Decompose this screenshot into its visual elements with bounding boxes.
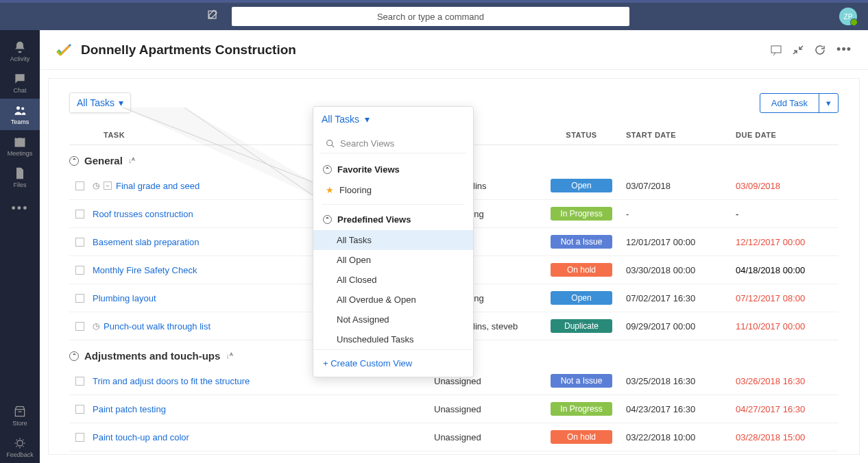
- rail-activity[interactable]: Activity: [0, 36, 40, 67]
- checkbox[interactable]: [69, 377, 90, 386]
- app-rail: Activity Chat Teams Meetings Files ••• S…: [0, 30, 40, 463]
- views-search[interactable]: Search Views: [320, 134, 466, 153]
- start-date: 03/07/2018: [626, 181, 736, 191]
- svg-rect-6: [771, 46, 781, 53]
- svg-point-1: [16, 106, 20, 110]
- status-badge[interactable]: In Progress: [551, 207, 612, 221]
- start-date: 04/23/2017 16:30: [626, 404, 736, 414]
- task-name[interactable]: Final grade and seed: [116, 181, 200, 191]
- page-header: Donnelly Apartments Construction •••: [40, 30, 868, 70]
- collapse-icon[interactable]: [793, 45, 804, 55]
- sort-icon[interactable]: ↓ᴬ: [128, 156, 136, 165]
- expand-icon[interactable]: −: [104, 182, 112, 190]
- create-custom-view[interactable]: + Create Custom View: [313, 349, 473, 377]
- chevron-down-icon[interactable]: ▾: [819, 94, 838, 112]
- col-start[interactable]: START DATE: [626, 131, 736, 139]
- checkbox[interactable]: [69, 238, 90, 247]
- svg-point-10: [327, 140, 333, 146]
- col-due[interactable]: DUE DATE: [736, 131, 839, 139]
- status-badge[interactable]: Not a Issue: [551, 235, 612, 249]
- predefined-header[interactable]: ⌃ Predefined Views: [313, 209, 473, 230]
- status-badge[interactable]: Open: [551, 291, 612, 305]
- status-cell: Open: [537, 291, 626, 305]
- checkbox[interactable]: [69, 405, 90, 414]
- more-icon[interactable]: •••: [836, 42, 852, 57]
- compose-icon[interactable]: [207, 10, 218, 23]
- view-item[interactable]: All Overdue & Open: [313, 290, 473, 310]
- status-badge[interactable]: Open: [551, 179, 612, 192]
- svg-rect-4: [15, 410, 24, 416]
- checkbox[interactable]: [69, 433, 90, 442]
- svg-point-2: [21, 107, 24, 110]
- svg-rect-3: [15, 138, 25, 147]
- add-task-button[interactable]: Add Task ▾: [760, 93, 839, 113]
- start-date: 12/01/2017 00:00: [626, 237, 736, 247]
- due-date: 07/12/2017 08:00: [736, 293, 839, 303]
- main-panel: Donnelly Apartments Construction ••• All…: [40, 30, 868, 463]
- sort-icon[interactable]: ↓ᴬ: [226, 351, 233, 360]
- checkbox[interactable]: [69, 210, 90, 218]
- task-name[interactable]: Trim and adjust doors to fit the structu…: [93, 376, 250, 386]
- task-name[interactable]: Paint touch-up and color: [93, 432, 189, 442]
- status-badge[interactable]: Not a Issue: [551, 374, 612, 388]
- rail-chat[interactable]: Chat: [0, 67, 40, 99]
- page-title: Donnelly Apartments Construction: [81, 42, 296, 58]
- status-badge[interactable]: On hold: [551, 430, 612, 444]
- user-avatar[interactable]: ZP: [839, 8, 857, 25]
- due-date: 04/27/2017 16:30: [736, 404, 839, 414]
- status-badge[interactable]: Duplicate: [551, 319, 612, 333]
- due-date: -: [736, 209, 839, 219]
- view-item[interactable]: All Tasks: [313, 230, 473, 250]
- rail-feedback[interactable]: Feedback: [0, 431, 40, 463]
- status-cell: On hold: [537, 430, 626, 444]
- task-name[interactable]: Paint patch testing: [93, 404, 166, 414]
- view-item[interactable]: All Closed: [313, 270, 473, 290]
- rail-store[interactable]: Store: [0, 400, 40, 431]
- conversation-icon[interactable]: [771, 45, 782, 55]
- start-date: 03/25/2018 16:30: [626, 376, 736, 386]
- view-item[interactable]: All Open: [313, 250, 473, 270]
- checkbox[interactable]: [69, 322, 90, 331]
- status-cell: On hold: [537, 263, 626, 277]
- collapse-icon: ⌃: [69, 156, 79, 166]
- task-cell: Paint touch-up and color: [90, 432, 434, 442]
- task-name[interactable]: Monthly Fire Safety Check: [93, 265, 197, 275]
- start-date: 09/29/2017 00:00: [626, 321, 736, 331]
- status-badge[interactable]: In Progress: [551, 402, 612, 416]
- group-name: Adjustments and touch-ups: [84, 350, 220, 362]
- task-name[interactable]: Punch-out walk through list: [104, 321, 210, 331]
- task-name[interactable]: Roof trusses construction: [93, 209, 193, 219]
- checkbox[interactable]: [69, 294, 90, 303]
- task-name[interactable]: Plumbing layout: [93, 293, 156, 303]
- col-status[interactable]: STATUS: [537, 131, 626, 139]
- svg-point-5: [17, 440, 23, 446]
- clock-icon: ◷: [93, 321, 99, 331]
- refresh-icon[interactable]: [815, 45, 825, 55]
- checkbox[interactable]: [69, 182, 90, 190]
- due-date: 03/28/2018 15:00: [736, 432, 839, 442]
- view-item-favorite[interactable]: ★Flooring: [313, 180, 473, 200]
- rail-files[interactable]: Files: [0, 162, 40, 193]
- start-date: 03/22/2018 10:00: [626, 432, 736, 442]
- rail-more-icon[interactable]: •••: [12, 193, 29, 224]
- rail-meetings[interactable]: Meetings: [0, 130, 40, 162]
- view-item[interactable]: Not Assigned: [313, 310, 473, 329]
- task-row[interactable]: Paint patch testingUnassignedIn Progress…: [69, 395, 839, 423]
- view-selector[interactable]: All Tasks ▾: [69, 92, 131, 113]
- content-area: All Tasks ▾ Add Task ▾ TASK OWNER STATUS…: [48, 78, 860, 455]
- command-search[interactable]: Search or type a command: [232, 7, 629, 26]
- view-item[interactable]: Unscheduled Tasks: [313, 329, 473, 349]
- status-cell: Open: [537, 179, 626, 192]
- task-name[interactable]: Basement slab preparation: [93, 237, 199, 247]
- status-badge[interactable]: On hold: [551, 263, 612, 277]
- due-date: 03/26/2018 16:30: [736, 376, 839, 386]
- favorites-header[interactable]: ⌃ Favorite Views: [313, 159, 473, 180]
- chevron-down-icon: ▾: [365, 114, 370, 125]
- checkbox[interactable]: [69, 266, 90, 275]
- task-row[interactable]: Paint touch-up and colorUnassignedOn hol…: [69, 423, 839, 451]
- star-icon: ★: [326, 185, 334, 195]
- task-cell: Paint patch testing: [90, 404, 434, 414]
- rail-teams[interactable]: Teams: [0, 99, 40, 130]
- dropdown-trigger[interactable]: All Tasks ▾: [313, 107, 473, 132]
- start-date: 07/02/2017 16:30: [626, 293, 736, 303]
